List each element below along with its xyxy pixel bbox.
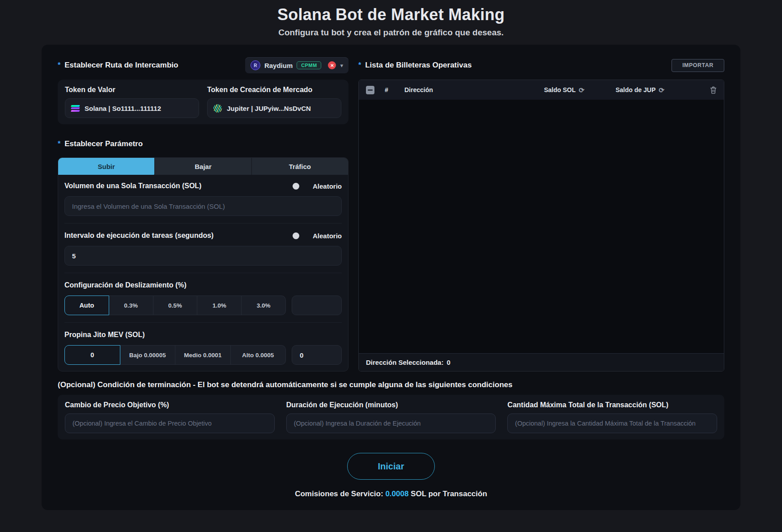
divider [64, 223, 342, 224]
solana-icon [71, 105, 80, 112]
jito-option-alto[interactable]: Alto 0.0005 [231, 345, 286, 365]
max-amount-label: Cantidad Máxima Total de la Transacción … [507, 401, 717, 409]
refresh-jup-balance-icon[interactable]: ⟳ [659, 87, 664, 93]
value-token-label: Token de Valor [65, 86, 199, 94]
max-amount-input[interactable] [507, 414, 717, 433]
select-all-checkbox[interactable] [366, 86, 374, 94]
interval-random-label: Aleatorio [313, 232, 342, 240]
clear-dex-icon[interactable]: ✕ [328, 61, 336, 69]
required-asterisk: * [58, 140, 60, 148]
pattern-tabs: Subir Bajar Tráfico [58, 158, 348, 175]
tab-trafico[interactable]: Tráfico [252, 158, 348, 175]
slippage-option-1.0[interactable]: 1.0% [197, 296, 242, 315]
volume-input[interactable] [64, 196, 342, 216]
token-panel: Token de Valor Solana | So1111...111112 … [58, 80, 348, 124]
column-sol-balance: Saldo SOL [544, 86, 576, 93]
jito-tip-label: Propina Jito MEV (SOL) [64, 331, 342, 339]
main-card: * Establecer Ruta de Intercambio R Raydi… [42, 45, 740, 510]
value-token-value: Solana | So1111...111112 [85, 105, 161, 112]
dex-pool-type-badge: CPMM [297, 61, 321, 69]
page-title: Solana Bot de Market Making [0, 0, 782, 24]
import-wallets-button[interactable]: IMPORTAR [672, 59, 724, 72]
jito-option-zero[interactable]: 0 [64, 345, 120, 365]
wallet-table-footer: Dirección Seleccionada: 0 [359, 353, 724, 371]
fee-suffix: SOL por Transacción [411, 490, 487, 498]
duration-input[interactable] [286, 414, 496, 433]
swap-route-heading: Establecer Ruta de Intercambio [64, 61, 178, 70]
delete-wallets-icon[interactable] [710, 86, 717, 94]
slippage-option-3.0[interactable]: 3.0% [242, 296, 286, 315]
market-token-value: Jupiter | JUPyiw...NsDvCN [227, 105, 311, 112]
slippage-label: Configuración de Deslizamiento (%) [64, 281, 342, 289]
column-index: # [385, 86, 404, 93]
start-button[interactable]: Iniciar [347, 453, 435, 480]
selected-address-count: 0 [446, 359, 450, 366]
column-address: Dirección [404, 86, 544, 93]
parameters-heading: Establecer Parámetro [64, 139, 143, 148]
page-subtitle: Configura tu bot y crea el patrón de grá… [0, 28, 782, 38]
required-asterisk: * [358, 61, 361, 69]
slippage-option-0.5[interactable]: 0.5% [153, 296, 198, 315]
jito-option-bajo[interactable]: Bajo 0.00005 [120, 345, 176, 365]
market-token-select[interactable]: Jupiter | JUPyiw...NsDvCN [207, 98, 341, 118]
chevron-down-icon: ▾ [340, 62, 343, 69]
termination-heading: (Opcional) Condición de terminación - El… [58, 380, 724, 389]
duration-label: Duración de Ejecución (minutos) [286, 401, 496, 409]
divider [64, 322, 342, 323]
refresh-sol-balance-icon[interactable]: ⟳ [579, 87, 585, 93]
slippage-options: Auto 0.3% 0.5% 1.0% 3.0% [64, 296, 286, 315]
dex-selector[interactable]: R Raydium CPMM ✕ ▾ [245, 57, 348, 73]
fee-amount: 0.0008 [385, 490, 408, 498]
jupiter-icon [213, 104, 222, 113]
jito-custom-input[interactable] [292, 345, 342, 365]
interval-label: Intervalo de ejecución de tareas (segund… [64, 232, 293, 240]
value-token-select[interactable]: Solana | So1111...111112 [65, 98, 199, 118]
slippage-option-0.3[interactable]: 0.3% [109, 296, 153, 315]
interval-input[interactable] [64, 246, 342, 266]
volume-random-toggle[interactable] [293, 183, 299, 190]
tab-bajar[interactable]: Bajar [155, 158, 251, 175]
market-token-label: Token de Creación de Mercado [207, 86, 341, 94]
parameters-panel: Subir Bajar Tráfico Volumen de una Sola … [58, 157, 348, 372]
price-change-input[interactable] [65, 414, 275, 433]
divider [64, 273, 342, 273]
raydium-icon: R [251, 60, 260, 70]
jito-tip-options: 0 Bajo 0.00005 Medio 0.0001 Alto 0.0005 [64, 345, 286, 365]
wallet-table-header: # Dirección Saldo SOL ⟳ Saldo de JUP ⟳ [359, 80, 724, 100]
price-change-label: Cambio de Precio Objetivo (%) [65, 401, 275, 409]
termination-panel: Cambio de Precio Objetivo (%) Duración d… [58, 395, 724, 439]
required-asterisk: * [58, 61, 60, 69]
wallet-table: # Dirección Saldo SOL ⟳ Saldo de JUP ⟳ [358, 80, 724, 372]
dex-name: Raydium [264, 62, 293, 69]
volume-random-label: Aleatorio [313, 182, 342, 190]
fee-prefix: Comisiones de Servicio: [295, 490, 383, 498]
interval-random-toggle[interactable] [293, 232, 299, 239]
wallet-list-heading: Lista de Billeteras Operativas [365, 61, 472, 70]
column-jup-balance: Saldo de JUP [616, 86, 655, 93]
volume-label: Volumen de una Sola Transacción (SOL) [64, 182, 293, 190]
wallet-table-body [359, 100, 724, 353]
slippage-option-auto[interactable]: Auto [64, 296, 109, 315]
service-fee-line: Comisiones de Servicio: 0.0008 SOL por T… [58, 490, 724, 498]
jito-option-medio[interactable]: Medio 0.0001 [175, 345, 231, 365]
slippage-custom-input[interactable] [292, 296, 342, 315]
tab-subir[interactable]: Subir [58, 158, 155, 175]
selected-address-label: Dirección Seleccionada: [366, 359, 443, 366]
